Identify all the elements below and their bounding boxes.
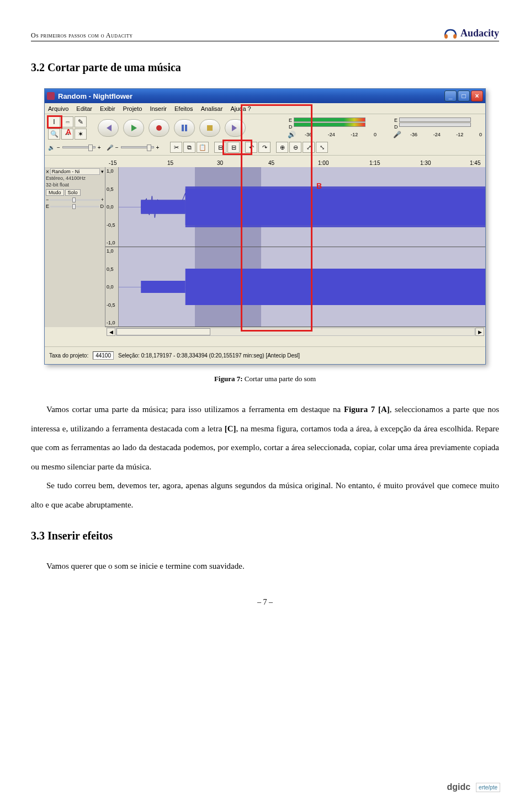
multi-tool[interactable]: ✶	[75, 129, 87, 140]
project-rate-label: Taxa do projeto:	[49, 352, 88, 359]
menu-ajuda[interactable]: Ajuda ?	[230, 105, 251, 112]
solo-button[interactable]: Solo	[65, 189, 81, 196]
track-close-button[interactable]: ×	[46, 169, 49, 175]
annotation-label-b: B	[316, 181, 322, 190]
page-number: – 7 –	[31, 598, 499, 607]
svg-rect-3	[182, 125, 184, 131]
menu-editar[interactable]: Editar	[76, 105, 92, 112]
transport-controls	[98, 116, 246, 140]
section-3-2-heading: 3.2 Cortar parte de uma música	[31, 61, 499, 74]
pause-button[interactable]	[174, 119, 195, 137]
project-rate-value[interactable]: 44100	[93, 351, 114, 360]
track-dropdown-icon[interactable]: ▾	[101, 169, 104, 174]
menu-inserir[interactable]: Inserir	[150, 105, 167, 112]
edit-toolbar: ✂ ⧉ 📋 ⊟ ⊟ ↶ ↷ ⊕ ⊖ ⤢ ⤡ C	[170, 142, 328, 153]
scroll-right-button[interactable]: ▶	[475, 328, 484, 336]
audacity-screenshot: Random - Nightflower _ □ × Arquivo Edita…	[44, 88, 486, 365]
waveform-area[interactable]: B 1,0 0,5 0,0 -0,5 -1,0	[105, 167, 485, 327]
skip-start-button[interactable]	[98, 119, 119, 137]
running-header: Os primeiros passos com o Audacity	[31, 31, 132, 40]
stop-button[interactable]	[199, 119, 220, 137]
menu-analisar[interactable]: Analisar	[201, 105, 223, 112]
annotation-box-a	[47, 115, 62, 129]
input-meter: E D 🎤 -36 -24	[393, 117, 482, 138]
svg-rect-5	[207, 125, 213, 131]
play-button[interactable]	[123, 119, 144, 137]
svg-point-2	[156, 125, 162, 131]
track-panel: × Random - Ni ▾ Estéreo, 44100Hz 32-bit …	[45, 167, 105, 327]
audacity-logo: Audacity	[443, 26, 499, 40]
track-bitdepth: 32-bit float	[46, 182, 104, 189]
paste-button[interactable]: 📋	[197, 142, 209, 153]
dgidc-logo: dgidc	[447, 782, 470, 792]
close-button[interactable]: ×	[471, 90, 483, 101]
footer-logos: dgidc erte/pte	[447, 782, 500, 792]
headphones-icon	[443, 26, 458, 40]
logo-text: Audacity	[460, 28, 499, 39]
annotation-label-a: A	[66, 127, 71, 136]
waveform-left	[119, 177, 485, 237]
menu-efeitos[interactable]: Efeitos	[174, 105, 193, 112]
scroll-thumb[interactable]	[116, 328, 210, 335]
window-title: Random - Nightflower	[58, 92, 443, 100]
status-bar: Taxa do projeto: 44100 Seleção: 0:18,179…	[45, 346, 485, 364]
cut-button[interactable]: ✂	[170, 142, 182, 153]
redo-button[interactable]: ↷	[258, 142, 271, 153]
annotation-box-c	[222, 140, 252, 155]
output-meter: E D 🔊 -36 -24	[288, 117, 377, 138]
output-volume[interactable]: 🔉 − +	[48, 145, 101, 151]
maximize-button[interactable]: □	[458, 90, 470, 101]
scroll-left-button[interactable]: ◀	[107, 328, 115, 336]
pan-slider[interactable]	[50, 206, 99, 207]
svg-rect-11	[186, 269, 485, 305]
menu-arquivo[interactable]: Arquivo	[48, 105, 68, 112]
selection-status: Seleção: 0:18,179197 - 0:38,334394 (0:20…	[118, 352, 300, 359]
track-name: Random - Ni	[50, 168, 100, 175]
draw-tool[interactable]: ✎	[75, 116, 87, 127]
svg-point-1	[453, 34, 457, 39]
zoom-fit-button[interactable]: ⤢	[303, 142, 315, 153]
zoom-out-button[interactable]: ⊖	[289, 142, 301, 153]
svg-rect-10	[141, 201, 185, 213]
app-icon	[47, 92, 55, 100]
meter-e-label: E	[289, 117, 293, 123]
speaker-small-icon: 🔉	[48, 145, 55, 151]
minimize-button[interactable]: _	[444, 90, 457, 101]
svg-rect-4	[185, 125, 187, 131]
menubar: Arquivo Editar Exibir Projeto Inserir Ef…	[45, 103, 485, 114]
zoom-tool[interactable]: 🔍	[48, 129, 60, 140]
waveform-right	[119, 257, 485, 317]
skip-end-button[interactable]	[225, 119, 246, 137]
gain-slider[interactable]	[50, 199, 99, 201]
zoom-sel-button[interactable]: ⤡	[316, 142, 328, 153]
copy-button[interactable]: ⧉	[183, 142, 195, 153]
paragraph-1: Vamos cortar uma parte da música; para i…	[31, 400, 499, 476]
paragraph-3: Vamos querer que o som se inicie e termi…	[31, 557, 499, 576]
speaker-icon: 🔊	[288, 131, 296, 138]
track-format: Estéreo, 44100Hz	[46, 175, 104, 182]
record-button[interactable]	[149, 119, 169, 137]
header-rule	[31, 41, 499, 41]
menu-projeto[interactable]: Projeto	[123, 105, 142, 112]
envelope-tool[interactable]: ⎓	[61, 116, 73, 127]
titlebar: Random - Nightflower _ □ ×	[45, 89, 485, 103]
paragraph-2: Se tudo correu bem, devemos ter, agora, …	[31, 476, 499, 514]
zoom-in-button[interactable]: ⊕	[276, 142, 288, 153]
timeline-ruler[interactable]: -15 15 30 45 1:00 1:15 1:30 1:45	[45, 155, 485, 167]
horizontal-scrollbar[interactable]: ◀ ▶	[45, 327, 485, 336]
figure-7-caption: Figura 7: Cortar uma parte do som	[31, 375, 499, 383]
input-volume[interactable]: 🎤 − +	[107, 145, 160, 151]
mute-button[interactable]: Mudo	[46, 189, 64, 196]
erte-logo: erte/pte	[476, 783, 500, 792]
meter-d-label-2: D	[394, 124, 398, 130]
meter-e-label-2: E	[394, 117, 398, 123]
mic-small-icon: 🎤	[107, 145, 113, 151]
mic-icon: 🎤	[393, 131, 401, 138]
section-3-3-heading: 3.3 Inserir efeitos	[31, 530, 499, 542]
svg-rect-12	[141, 281, 185, 293]
svg-rect-9	[186, 189, 485, 225]
meter-d-label: D	[289, 124, 293, 130]
svg-point-0	[444, 34, 448, 39]
menu-exibir[interactable]: Exibir	[100, 105, 115, 112]
